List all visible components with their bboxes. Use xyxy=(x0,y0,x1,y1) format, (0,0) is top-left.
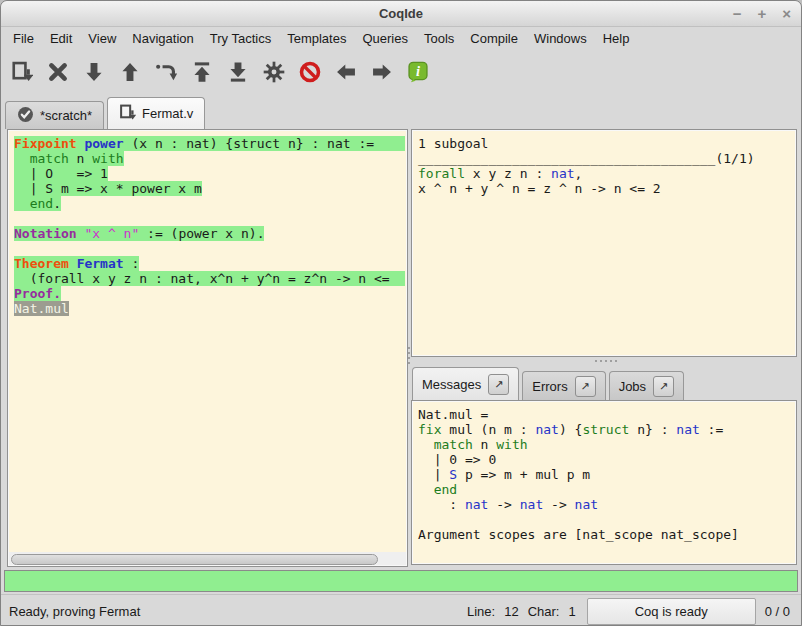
line-label: Line: xyxy=(467,604,495,619)
previous-occurrence-icon[interactable] xyxy=(334,60,358,84)
menu-queries[interactable]: Queries xyxy=(354,31,416,46)
step-forward-icon[interactable] xyxy=(82,60,106,84)
next-occurrence-icon[interactable] xyxy=(370,60,394,84)
tab-messages[interactable]: Messages ↗ xyxy=(412,367,519,400)
statusbar: Ready, proving Fermat Line: 12 Char: 1 C… xyxy=(1,594,801,626)
go-to-end-icon[interactable] xyxy=(226,60,250,84)
char-value: 1 xyxy=(568,604,575,619)
detach-icon[interactable]: ↗ xyxy=(575,376,596,397)
menu-file[interactable]: File xyxy=(5,31,42,46)
go-to-cursor-icon[interactable] xyxy=(154,60,178,84)
restart-icon[interactable] xyxy=(190,60,214,84)
menu-navigation[interactable]: Navigation xyxy=(124,31,201,46)
fully-check-icon[interactable] xyxy=(262,60,286,84)
menu-try-tactics[interactable]: Try Tactics xyxy=(202,31,279,46)
status-message: Ready, proving Fermat xyxy=(9,604,140,619)
menu-windows[interactable]: Windows xyxy=(526,31,595,46)
menu-tools[interactable]: Tools xyxy=(416,31,462,46)
tab-label: Errors xyxy=(532,379,567,394)
messages-panel[interactable]: Nat.mul =fix mul (n m : nat) {struct n} … xyxy=(411,400,797,565)
tab-errors[interactable]: Errors ↗ xyxy=(522,371,605,400)
toolbar: i xyxy=(1,51,801,93)
menu-help[interactable]: Help xyxy=(595,31,638,46)
coq-status-button[interactable]: Coq is ready xyxy=(587,598,756,625)
tab-label: *scratch* xyxy=(40,108,92,123)
vertical-splitter-handle[interactable] xyxy=(407,341,411,369)
titlebar[interactable]: CoqIde − + × xyxy=(1,1,801,27)
coqide-window: CoqIde − + × File Edit View Navigation T… xyxy=(0,0,802,626)
horizontal-splitter-handle[interactable] xyxy=(591,359,621,363)
editor-horizontal-scrollbar xyxy=(9,552,406,565)
goals-panel[interactable]: 1 subgoal_______________________________… xyxy=(411,129,797,357)
window-title: CoqIde xyxy=(1,1,801,26)
tab-jobs[interactable]: Jobs ↗ xyxy=(609,371,684,400)
close-icon[interactable]: × xyxy=(782,6,791,21)
messages-code: Nat.mul =fix mul (n m : nat) {struct n} … xyxy=(412,401,796,542)
about-icon[interactable]: i xyxy=(406,60,430,84)
line-value: 12 xyxy=(504,604,518,619)
char-label: Char: xyxy=(528,604,560,619)
save-icon[interactable] xyxy=(10,60,34,84)
tab-scratch[interactable]: *scratch* xyxy=(5,101,104,129)
menubar: File Edit View Navigation Try Tactics Te… xyxy=(1,27,801,49)
tab-fermat[interactable]: Fermat.v xyxy=(107,97,205,129)
message-tabbar: Messages ↗ Errors ↗ Jobs ↗ xyxy=(412,367,684,400)
script-editor[interactable]: Fixpoint power (x n : nat) {struct n} : … xyxy=(7,129,408,567)
menu-templates[interactable]: Templates xyxy=(279,31,354,46)
menu-edit[interactable]: Edit xyxy=(42,31,80,46)
close-buffer-icon[interactable] xyxy=(46,60,70,84)
window-controls: − + × xyxy=(733,1,791,26)
step-backward-icon[interactable] xyxy=(118,60,142,84)
minimize-icon[interactable]: − xyxy=(733,6,742,21)
detach-icon[interactable]: ↗ xyxy=(653,376,674,397)
tab-label: Messages xyxy=(422,377,481,392)
goals-code: 1 subgoal_______________________________… xyxy=(412,130,796,196)
buffer-tabbar: *scratch* Fermat.v xyxy=(5,97,205,129)
menu-compile[interactable]: Compile xyxy=(462,31,526,46)
proof-counter: 0 / 0 xyxy=(765,604,790,619)
svg-text:i: i xyxy=(416,63,420,79)
interrupt-icon[interactable] xyxy=(298,60,322,84)
scrollbar-thumb[interactable] xyxy=(11,554,378,565)
tab-label: Fermat.v xyxy=(142,106,193,121)
menu-view[interactable]: View xyxy=(80,31,124,46)
script-code: Fixpoint power (x n : nat) {struct n} : … xyxy=(8,130,407,316)
detach-icon[interactable]: ↗ xyxy=(488,374,509,395)
saved-check-icon xyxy=(17,106,34,126)
maximize-icon[interactable]: + xyxy=(757,6,766,21)
tab-label: Jobs xyxy=(619,379,646,394)
file-save-icon xyxy=(119,104,136,124)
progress-bar xyxy=(4,570,798,592)
